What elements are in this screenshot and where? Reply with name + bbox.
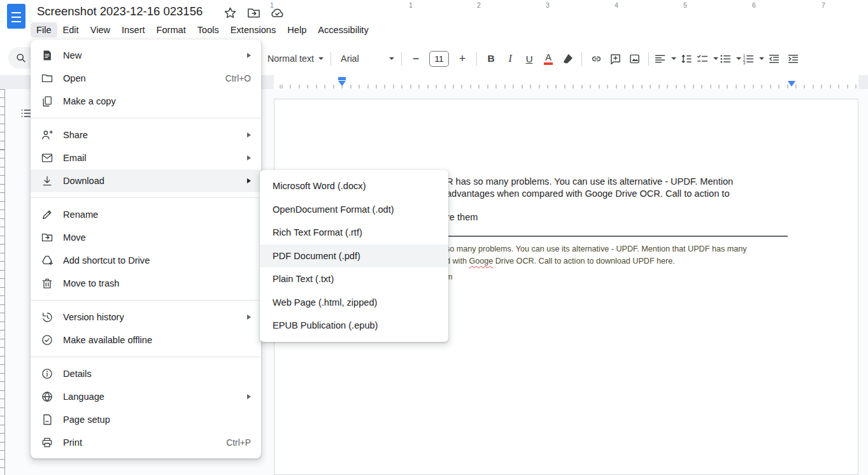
menu-insert[interactable]: Insert — [116, 22, 151, 38]
bold-button[interactable]: B — [481, 49, 501, 68]
menu-edit[interactable]: Edit — [57, 22, 85, 38]
menu-item-label: Page setup — [63, 415, 251, 425]
submenu-item-txt[interactable]: Plain Text (.txt) — [260, 267, 448, 291]
first-line-indent-marker[interactable] — [338, 77, 346, 80]
red-color-bar — [544, 62, 553, 65]
cloud-saved-icon[interactable] — [270, 6, 285, 23]
menu-item-label: Language — [63, 392, 247, 402]
toolbar-divider — [331, 52, 331, 66]
menu-bar: File Edit View Insert Format Tools Exten… — [31, 22, 374, 38]
menu-view[interactable]: View — [85, 22, 116, 38]
checklist-button[interactable] — [695, 49, 718, 68]
menu-item-make-available-offline[interactable]: Make available offline — [31, 329, 261, 351]
search-icon — [15, 52, 27, 64]
chevron-down-icon — [759, 57, 764, 60]
ruler-page-zone — [274, 75, 858, 89]
ruler-number: 7 — [822, 1, 825, 9]
menu-item-version-history[interactable]: Version history — [31, 306, 261, 329]
text-color-button[interactable]: A — [539, 49, 558, 68]
menu-item-language[interactable]: Language — [31, 385, 261, 408]
menu-tools[interactable]: Tools — [192, 22, 225, 38]
menu-item-rename[interactable]: Rename — [31, 203, 261, 226]
vertical-ruler — [0, 89, 5, 475]
line-spacing-button[interactable] — [676, 49, 695, 68]
menu-item-label: Rename — [63, 209, 251, 220]
menu-item-new[interactable]: New — [31, 44, 261, 67]
menu-item-move[interactable]: Move — [31, 226, 261, 249]
submenu-item-rtf[interactable]: Rich Text Format (.rtf) — [260, 221, 448, 245]
document-title[interactable]: Screenshot 2023-12-16 023156 — [37, 4, 203, 18]
align-button[interactable] — [653, 49, 676, 68]
star-icon[interactable] — [223, 6, 238, 23]
menu-divider — [31, 118, 261, 118]
menu-item-shortcut: Ctrl+P — [226, 438, 251, 448]
menu-item-print[interactable]: Print Ctrl+P — [31, 431, 261, 454]
font-size-input[interactable]: 11 — [429, 51, 449, 67]
menu-item-label: New — [63, 50, 247, 60]
menu-item-email[interactable]: Email — [31, 146, 261, 169]
style-value: Normal text — [267, 53, 314, 64]
menu-item-details[interactable]: Details — [31, 362, 261, 385]
submenu-item-html-zipped[interactable]: Web Page (.html, zipped) — [260, 291, 448, 315]
chevron-down-icon — [713, 57, 718, 60]
highlight-color-button[interactable] — [558, 49, 577, 68]
doc-text: Drive OCR. Call to action to download UP… — [493, 257, 675, 266]
ruler-number: 1 — [409, 1, 413, 9]
underline-button[interactable]: U — [520, 49, 539, 68]
add-comment-button[interactable] — [606, 49, 625, 68]
drive-add-shortcut-icon — [41, 254, 53, 267]
menu-item-shortcut: Ctrl+O — [225, 74, 251, 83]
font-family-select[interactable]: Arial — [336, 49, 397, 68]
menu-item-make-a-copy[interactable]: Make a copy — [31, 90, 261, 113]
chevron-down-icon — [736, 57, 741, 60]
decrease-font-size-button[interactable]: − — [406, 49, 425, 68]
menu-item-label: Download — [63, 176, 247, 186]
submenu-item-epub[interactable]: EPUB Publication (.epub) — [260, 314, 448, 337]
ruler-number: 5 — [683, 1, 687, 9]
doc-text: d with — [446, 257, 469, 266]
move-folder-icon[interactable] — [246, 6, 261, 23]
info-icon — [41, 367, 53, 380]
submenu-item-odt[interactable]: OpenDocument Format (.odt) — [260, 198, 448, 222]
italic-button[interactable]: I — [501, 49, 520, 68]
menu-item-page-setup[interactable]: Page setup — [31, 408, 261, 431]
menu-item-move-to-trash[interactable]: Move to trash — [31, 272, 261, 295]
numbered-list-button[interactable]: 123 — [741, 49, 764, 68]
decrease-indent-button[interactable] — [764, 49, 783, 68]
google-docs-logo-icon[interactable] — [7, 4, 25, 29]
submenu-arrow-icon — [247, 315, 251, 320]
insert-image-button[interactable] — [625, 49, 644, 68]
page-setup-icon — [41, 413, 53, 426]
doc-paragraph2-line1: so many problems. You can use its altern… — [446, 245, 746, 253]
right-indent-marker[interactable] — [788, 81, 795, 87]
left-indent-marker[interactable] — [338, 77, 346, 86]
menu-item-add-shortcut-to-drive[interactable]: Add shortcut to Drive — [31, 249, 261, 272]
print-icon — [41, 436, 53, 449]
menu-accessibility[interactable]: Accessibility — [312, 22, 374, 38]
menu-format[interactable]: Format — [151, 22, 192, 38]
ruler-number: 2 — [477, 1, 481, 9]
menu-file[interactable]: File — [31, 22, 57, 38]
insert-link-button[interactable] — [587, 49, 606, 68]
toolbar-divider — [476, 52, 477, 66]
menu-extensions[interactable]: Extensions — [225, 22, 281, 38]
menu-divider — [31, 197, 261, 198]
menu-item-share[interactable]: Share — [31, 124, 261, 146]
menu-item-open[interactable]: Open Ctrl+O — [31, 67, 261, 90]
bulleted-list-button[interactable] — [718, 49, 741, 68]
increase-indent-button[interactable] — [783, 49, 802, 68]
submenu-item-docx[interactable]: Microsoft Word (.docx) — [260, 174, 448, 198]
increase-font-size-button[interactable]: + — [453, 49, 472, 68]
offline-check-icon — [41, 334, 53, 346]
menu-item-label: Move to trash — [63, 278, 251, 288]
submenu-arrow-icon — [247, 132, 251, 138]
submenu-item-pdf[interactable]: PDF Document (.pdf) — [260, 245, 448, 268]
share-person-add-icon — [41, 129, 53, 141]
menu-help[interactable]: Help — [281, 22, 312, 38]
ruler-margin-zone — [858, 75, 868, 89]
move-folder-icon — [41, 231, 53, 244]
misspelled-word: Googe — [469, 257, 493, 266]
version-history-icon — [41, 311, 53, 323]
menu-item-download[interactable]: Download — [31, 169, 261, 192]
paragraph-style-select[interactable]: Normal text — [262, 49, 326, 68]
